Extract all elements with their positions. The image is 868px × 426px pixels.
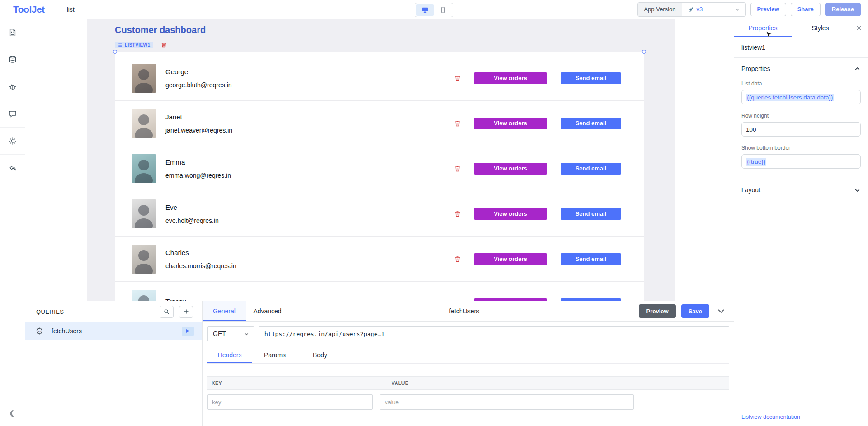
page-title[interactable]: Customer dashboard [115,25,206,35]
user-name: Charles [165,249,236,256]
value-input[interactable] [380,394,634,410]
device-toggle [415,3,453,17]
chevron-down-icon [244,331,249,336]
chevron-down-icon [854,187,861,194]
avatar [132,290,156,301]
undo-icon[interactable] [0,155,25,182]
collapse-panel-icon[interactable] [717,307,726,316]
pages-icon[interactable] [0,19,25,46]
show-bottom-border-input[interactable]: {{true}} [741,154,861,169]
chevron-down-icon [735,7,740,12]
view-orders-button[interactable]: View orders [474,298,547,301]
trash-icon[interactable] [454,75,461,82]
mobile-icon [439,6,447,14]
trash-icon[interactable] [454,165,461,172]
user-name: Emma [165,158,231,166]
search-query-button[interactable] [160,306,174,318]
list-item: Emmaemma.wong@reqres.in View orders Send… [115,146,644,191]
send-email-button[interactable]: Send email [561,298,621,301]
desktop-icon [421,6,429,14]
debugger-icon[interactable] [0,73,25,100]
trash-icon[interactable] [454,301,461,301]
list-item: Charlescharles.morris@reqres.in View ord… [115,237,644,282]
tab-headers[interactable]: Headers [207,347,252,363]
properties-section-header[interactable]: Properties [741,65,861,72]
view-orders-button[interactable]: View orders [474,253,547,265]
trash-icon[interactable] [454,210,461,218]
query-name: fetchUsers [52,327,82,335]
query-list-item[interactable]: API fetchUsers [25,322,202,340]
dark-mode-toggle[interactable] [0,401,25,426]
avatar [132,199,156,228]
delete-widget-icon[interactable] [160,42,167,48]
inspector-panel: Properties Styles listview1 Properties L… [734,19,868,426]
send-email-button[interactable]: Send email [561,118,621,129]
list-data-input[interactable]: {{queries.fetchUsers.data.data}} [741,90,861,104]
layout-section-header[interactable]: Layout [741,186,861,194]
desktop-toggle-button[interactable] [416,4,434,16]
settings-icon[interactable] [0,128,25,155]
tab-properties[interactable]: Properties [734,19,792,37]
run-query-button[interactable] [182,327,194,336]
close-inspector-button[interactable] [849,19,868,37]
query-preview-button[interactable]: Preview [639,304,675,318]
send-email-button[interactable]: Send email [561,72,621,84]
send-email-button[interactable]: Send email [561,253,621,265]
database-icon[interactable] [0,46,25,73]
row-height-input[interactable]: 100 [741,122,861,137]
user-name: Eve [165,204,219,211]
send-email-button[interactable]: Send email [561,208,621,220]
value-column-header: VALUE [392,380,408,386]
listview-widget[interactable]: Georgegeorge.bluth@reqres.in View orders… [115,52,644,301]
preview-button[interactable]: Preview [750,3,786,16]
release-button[interactable]: Release [825,3,861,16]
key-column-header: KEY [212,380,222,386]
widget-tag[interactable]: LISTVIEW1 [115,42,153,48]
key-input[interactable] [207,394,373,410]
play-icon [186,329,189,333]
resize-handle[interactable] [113,50,117,54]
mobile-toggle-button[interactable] [434,4,452,16]
tab-body[interactable]: Body [297,347,343,363]
tooljet-logo: ToolJet [13,4,45,15]
list-data-label: List data [741,80,861,87]
left-sidebar [0,19,25,426]
method-select[interactable]: GET [207,326,254,341]
trash-icon[interactable] [454,120,461,127]
app-canvas[interactable]: Customer dashboard LISTVIEW1 [87,19,675,301]
tab-params[interactable]: Params [252,347,297,363]
listview-documentation-link[interactable]: Listview documentation [741,414,800,420]
editor-canvas-area: Customer dashboard LISTVIEW1 [25,19,734,301]
topbar-actions: App Version v3 Preview Share Release [637,2,861,17]
query-editor-title: fetchUsers [289,301,639,321]
rest-api-icon: API [34,326,44,336]
send-email-button[interactable]: Send email [561,163,621,175]
list-item: Janetjanet.weaver@reqres.in View orders … [115,101,644,146]
comments-icon[interactable] [0,100,25,128]
query-save-button[interactable]: Save [681,304,709,318]
show-bottom-border-label: Show bottom border [741,145,861,151]
view-orders-button[interactable]: View orders [474,163,547,175]
tab-advanced[interactable]: Advanced [246,301,289,321]
share-button[interactable]: Share [791,3,821,16]
trash-icon[interactable] [454,256,461,263]
add-query-button[interactable] [179,306,193,318]
view-orders-button[interactable]: View orders [474,118,547,129]
user-email: janet.weaver@reqres.in [165,127,232,134]
view-orders-button[interactable]: View orders [474,72,547,84]
url-input[interactable] [259,326,729,341]
view-orders-button[interactable]: View orders [474,208,547,220]
listview-icon [118,43,123,47]
top-bar: ToolJet list App Version v3 [0,0,868,19]
tab-general[interactable]: General [203,301,246,321]
avatar [132,64,156,93]
tab-styles[interactable]: Styles [792,19,849,37]
moon-icon [8,409,17,418]
app-version-selector[interactable]: App Version v3 [637,2,745,17]
avatar [132,154,156,183]
selected-widget-name: listview1 [741,44,861,51]
avatar [132,109,156,138]
avatar [132,245,156,274]
resize-handle[interactable] [642,50,646,54]
list-item: Tracey View orders Send email [115,282,644,301]
